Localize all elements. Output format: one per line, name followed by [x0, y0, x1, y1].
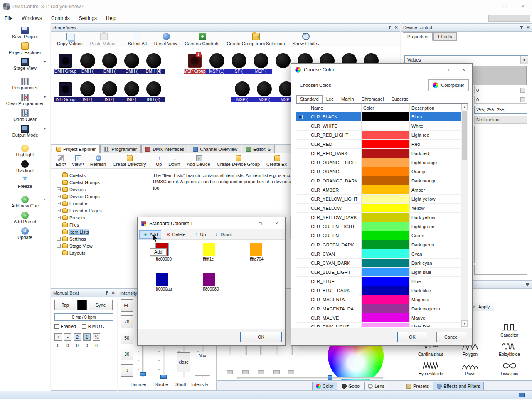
fixture[interactable]: IND ( [99, 81, 121, 102]
close-button[interactable]: × [456, 64, 472, 76]
intensity-preset-button[interactable]: FL [121, 299, 133, 312]
fixture[interactable]: DMH ( [99, 53, 121, 74]
colorlist-tool-button[interactable]: Up [190, 230, 209, 239]
sidebar-button[interactable]: Stage View ▾ [0, 57, 50, 72]
fixture[interactable]: DMH ( [121, 53, 143, 74]
sidebar-button[interactable]: Add Preset [0, 210, 50, 226]
colorlist-tool-button[interactable]: Add [139, 230, 161, 239]
tree-expander[interactable]: + [57, 202, 61, 205]
pin-icon[interactable] [526, 283, 530, 287]
color-panel-tab[interactable]: Lens [364, 382, 388, 390]
stage-toolbar-button[interactable]: Create Group from Selection [223, 32, 289, 47]
pin-icon[interactable] [388, 25, 392, 30]
shutter-close-button[interactable]: close [177, 352, 190, 372]
column-header[interactable]: Name [309, 104, 362, 112]
intensity-preset-button[interactable]: 50 [121, 332, 133, 344]
fixture[interactable]: MSP ( [253, 81, 275, 102]
device-control-tab[interactable]: Properties [403, 32, 433, 41]
device-list-box[interactable] [474, 126, 527, 263]
device-control-tab[interactable]: Effects [433, 32, 456, 41]
column-header[interactable]: Description [410, 104, 468, 112]
sidebar-button[interactable]: Add new Cue ▾ [0, 194, 50, 210]
device-scroll-box[interactable] [474, 265, 527, 275]
slider-handle[interactable] [242, 370, 249, 374]
explorer-toolbar-button[interactable]: Down [165, 155, 184, 167]
pin-icon[interactable] [520, 25, 524, 30]
effects-panel-tab[interactable]: Effects and Filters [433, 382, 484, 390]
color-row[interactable]: CLR_CYAN_DARK Dark cyan [296, 259, 461, 268]
color-row[interactable]: CLR_YELLOW Yellow [296, 204, 461, 213]
pin-icon[interactable] [105, 291, 109, 295]
device-value-field[interactable]: 0 [474, 86, 527, 94]
colorlist-swatch[interactable]: ffffa704 [250, 243, 297, 273]
ok-button[interactable]: OK [240, 332, 282, 342]
stepper-button[interactable]: ½ [93, 333, 100, 341]
stage-toolbar-button[interactable]: Show / Hide▾ [289, 32, 323, 47]
colorlist-swatch[interactable]: ff800080 [203, 273, 250, 303]
tree-item[interactable]: + Stage View [57, 242, 150, 249]
explorer-toolbar-button[interactable]: Edit▾ [53, 155, 69, 167]
color-row[interactable]: CLR_GREEN Green [296, 231, 461, 240]
colorlist-swatch[interactable]: ffffff1c [203, 243, 250, 273]
spinner-icon[interactable] [520, 97, 525, 102]
color-row[interactable]: CLR_YELLOW_DARK Dark yellow [296, 213, 461, 222]
color-row[interactable]: CLR_ORANGE_LIGHT Light orange [296, 158, 461, 167]
tree-item[interactable]: Cuelist Groups [57, 179, 150, 186]
scroll-up-icon[interactable]: ▲ [461, 104, 468, 110]
color-row[interactable]: CLR_RED Red [296, 140, 461, 149]
workspace-tab[interactable]: Project Explorer [52, 145, 100, 153]
tree-expander[interactable]: + [57, 209, 61, 212]
scroll-down-icon[interactable]: ▼ [461, 320, 468, 327]
palette-tab[interactable]: Martin [337, 95, 358, 103]
color-row[interactable]: CLR_MAGENTA Magenta [296, 295, 461, 304]
stepper-button[interactable]: + [54, 333, 62, 341]
fixture[interactable]: SP ( [228, 53, 250, 74]
spinner-icon[interactable] [520, 88, 525, 93]
tree-item[interactable]: Cuelists [57, 172, 150, 179]
tree-expander[interactable] [57, 251, 61, 255]
tree-item[interactable]: + Executor Pages [57, 207, 150, 214]
color-row[interactable]: CLR_PINK_LIGHT Light Pink [296, 323, 461, 327]
close-icon[interactable]: × [395, 25, 398, 30]
sidebar-button[interactable]: Save Project [0, 25, 50, 41]
explorer-toolbar-button[interactable]: Refresh [87, 155, 110, 167]
close-button[interactable]: × [514, 0, 532, 13]
tree-expander[interactable]: + [57, 216, 61, 219]
fixture[interactable]: DMH (4) [143, 53, 165, 74]
colorlist-swatch[interactable]: ffc00000 [156, 243, 203, 273]
dropdown-arrow-icon[interactable]: ▾ [44, 127, 46, 131]
slider-handle[interactable] [227, 370, 233, 374]
close-button[interactable]: × [268, 217, 285, 229]
effects-panel-tab[interactable]: Presets [403, 382, 432, 390]
color-row[interactable]: CLR_WHITE White [296, 121, 461, 131]
stage-toolbar-button[interactable]: Reset View [151, 32, 181, 47]
cancel-button[interactable]: Cancel [436, 332, 466, 342]
tree-expander[interactable] [57, 230, 61, 234]
nox-box[interactable]: Nox [195, 352, 210, 376]
color-row[interactable]: CLR_RED_DARK Dark red [296, 149, 461, 158]
dropdown-arrow-icon[interactable]: ▾ [44, 60, 46, 64]
fixture[interactable]: DMH ( [76, 53, 99, 74]
sidebar-button[interactable]: Programmer [0, 76, 50, 92]
slider-handle[interactable] [160, 375, 167, 379]
hue-slider[interactable] [237, 375, 383, 380]
tree-item[interactable]: + Device Groups [57, 193, 150, 200]
explorer-toolbar-button[interactable]: View▾ [69, 155, 87, 167]
rgb-value-field[interactable]: 255; 255; 255 [474, 106, 527, 114]
explorer-toolbar-button[interactable]: Add Device [184, 155, 214, 167]
fixture[interactable]: IND ( [76, 81, 99, 102]
close-icon[interactable]: × [527, 25, 530, 30]
sidebar-button[interactable]: Blackout [0, 159, 50, 175]
color-row[interactable]: CLR_GREEN_LIGHT Light green [296, 222, 461, 231]
palette-tab[interactable]: Supergel [387, 95, 413, 103]
palette-tab[interactable]: Lee [323, 95, 337, 103]
tree-expander[interactable] [57, 223, 61, 227]
color-row[interactable]: CLR_GREEN_DARK Dark green [296, 240, 461, 249]
workspace-tab[interactable]: Programmer [100, 145, 141, 153]
maximize-button[interactable]: □ [439, 64, 456, 76]
sidebar-button[interactable]: Output Mode ▾ [0, 123, 50, 139]
tree-item[interactable]: + Devices [57, 186, 150, 193]
fixture[interactable]: MSP ( [250, 53, 272, 74]
color-panel-tab[interactable]: Gobo [338, 382, 363, 390]
slider-handle[interactable] [328, 375, 332, 380]
